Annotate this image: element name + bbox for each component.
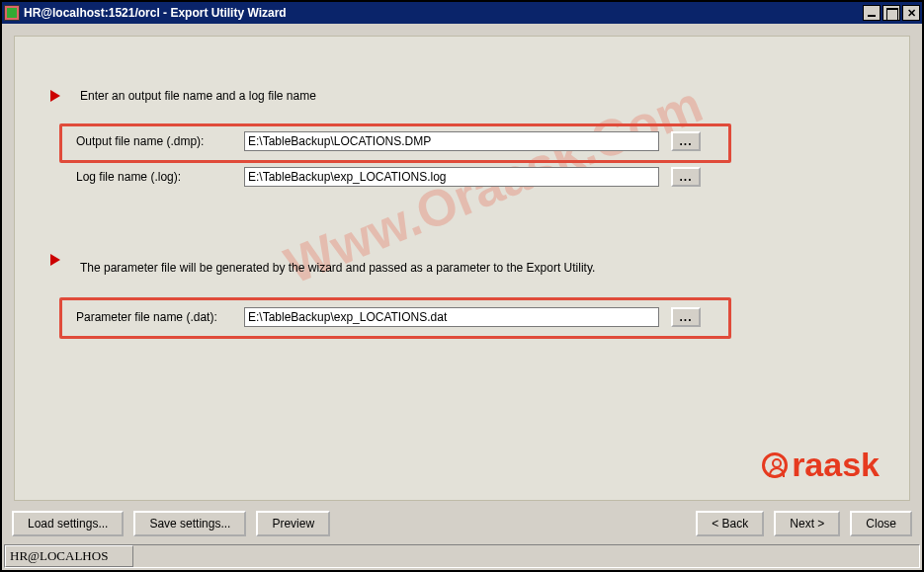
status-connection: HR@LOCALHOS — [5, 545, 133, 567]
next-button[interactable]: Next > — [774, 511, 840, 536]
log-file-label: Log file name (.log): — [76, 170, 244, 184]
output-file-browse-button[interactable]: ... — [671, 131, 701, 151]
close-window-button[interactable] — [902, 5, 920, 21]
log-file-browse-button[interactable]: ... — [671, 167, 701, 187]
wizard-button-bar: Load settings... Save settings... Previe… — [12, 511, 912, 536]
wizard-panel: Www.Oraask.Com Enter an output file name… — [14, 36, 910, 501]
section2-bullet-icon — [50, 254, 60, 266]
output-file-input[interactable] — [244, 131, 659, 151]
log-file-row: Log file name (.log): ... — [76, 167, 701, 187]
section1-instruction: Enter an output file name and a log file… — [80, 88, 337, 104]
titlebar[interactable]: HR@localhost:1521/orcl - Export Utility … — [2, 2, 922, 24]
log-file-input[interactable] — [244, 167, 659, 187]
minimize-button[interactable] — [863, 5, 881, 21]
section1-bullet-icon — [50, 90, 60, 102]
client-area: Www.Oraask.Com Enter an output file name… — [2, 24, 922, 570]
param-file-input[interactable] — [244, 307, 659, 327]
app-icon — [4, 5, 20, 21]
status-bar: HR@LOCALHOS — [4, 544, 920, 568]
brand-icon — [762, 452, 788, 478]
section2-instruction: The parameter file will be generated by … — [80, 260, 673, 276]
param-file-row: Parameter file name (.dat): ... — [76, 307, 701, 327]
brand-logo: raask — [762, 446, 880, 484]
param-file-browse-button[interactable]: ... — [671, 307, 701, 327]
button-spacer — [330, 511, 696, 536]
window-buttons — [863, 5, 920, 21]
output-file-label: Output file name (.dmp): — [76, 134, 244, 148]
save-settings-button[interactable]: Save settings... — [133, 511, 246, 536]
output-file-row: Output file name (.dmp): ... — [76, 131, 701, 151]
load-settings-button[interactable]: Load settings... — [12, 511, 124, 536]
maximize-button[interactable] — [882, 5, 900, 21]
param-file-label: Parameter file name (.dat): — [76, 310, 244, 324]
back-button[interactable]: < Back — [696, 511, 764, 536]
close-button[interactable]: Close — [850, 511, 912, 536]
brand-text: raask — [792, 446, 880, 484]
window-title: HR@localhost:1521/orcl - Export Utility … — [24, 6, 863, 20]
preview-button[interactable]: Preview — [256, 511, 330, 536]
app-window: HR@localhost:1521/orcl - Export Utility … — [0, 0, 924, 572]
